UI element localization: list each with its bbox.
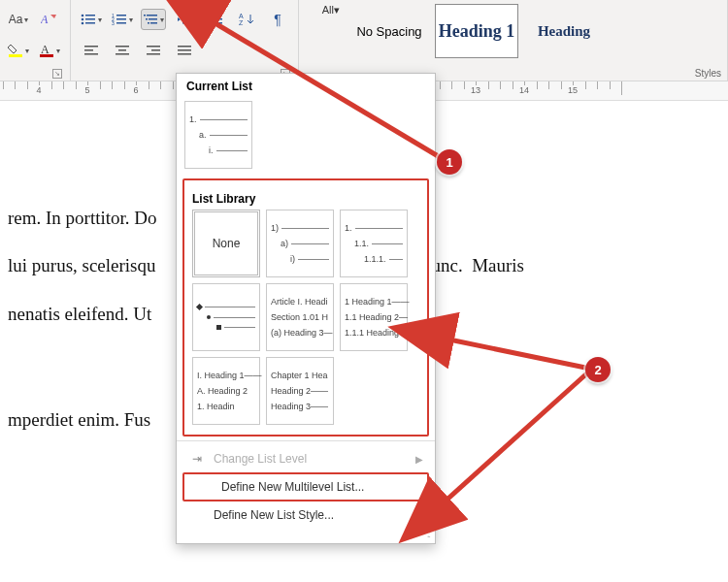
clear-formatting-icon: A xyxy=(41,12,58,27)
current-list-thumb[interactable]: 1. a. i. xyxy=(184,101,252,169)
svg-rect-22 xyxy=(182,15,191,16)
svg-text:A: A xyxy=(41,13,49,26)
align-right-button[interactable] xyxy=(141,40,166,61)
svg-rect-3 xyxy=(40,54,53,57)
multilevel-list-dropdown: Current List 1. a. i. List Library None1… xyxy=(176,73,436,544)
list-library-thumb-2[interactable]: 1.1.1.1.1.1. xyxy=(340,210,408,277)
font-group: Aa▾ A ▾ A▾ ↘ xyxy=(0,0,71,81)
svg-point-6 xyxy=(82,18,84,21)
svg-rect-21 xyxy=(150,22,157,24)
decrease-indent-icon xyxy=(177,13,192,26)
change-list-level-label: Change List Level xyxy=(214,452,307,466)
define-multilevel-label: Define New Multilevel List... xyxy=(221,480,364,494)
svg-rect-5 xyxy=(85,15,95,16)
sort-button[interactable]: AZ xyxy=(234,9,259,30)
svg-rect-40 xyxy=(178,49,191,51)
ruler-number: 14 xyxy=(517,85,531,95)
styles-group: All▾ No SpacingHeading 1Heading Styles xyxy=(299,0,728,81)
svg-rect-23 xyxy=(182,18,191,20)
align-justify-button[interactable] xyxy=(172,40,197,61)
indent-icon: ⇥ xyxy=(188,452,206,466)
svg-rect-19 xyxy=(149,18,157,20)
font-color-button[interactable]: A▾ xyxy=(37,40,62,61)
svg-rect-38 xyxy=(147,53,160,55)
show-marks-button[interactable]: ¶ xyxy=(265,9,290,30)
align-left-button[interactable] xyxy=(79,40,104,61)
list-library-thumb-0[interactable]: None xyxy=(192,210,260,277)
ruler-number: 4 xyxy=(34,85,43,95)
ruler-number: 5 xyxy=(83,85,91,95)
svg-rect-39 xyxy=(178,46,191,48)
increase-indent-icon xyxy=(208,13,223,26)
svg-rect-27 xyxy=(214,22,222,24)
svg-rect-34 xyxy=(118,49,126,51)
define-new-multilevel-list-item[interactable]: Define New Multilevel List... xyxy=(182,472,429,501)
styles-all-button[interactable]: All▾ xyxy=(305,4,344,23)
multilevel-list-button[interactable]: ▾ xyxy=(141,9,166,30)
align-justify-icon xyxy=(178,45,191,56)
change-case-button[interactable]: Aa▾ xyxy=(6,9,31,30)
list-library-section: List Library None1)a)i)1.1.1.1.1.1.Artic… xyxy=(182,178,429,436)
align-center-icon xyxy=(116,45,129,56)
svg-rect-41 xyxy=(178,53,191,55)
list-library-label: List Library xyxy=(192,186,419,210)
ruler-number: 15 xyxy=(566,85,579,95)
svg-rect-1 xyxy=(9,54,22,57)
svg-point-4 xyxy=(82,15,84,17)
chevron-down-icon: ▾ xyxy=(25,47,29,55)
chevron-right-icon: ▶ xyxy=(415,454,423,465)
svg-rect-26 xyxy=(214,18,222,20)
dialog-launcher-icon[interactable]: ↘ xyxy=(52,69,62,79)
svg-rect-13 xyxy=(116,18,126,20)
list-library-thumb-6[interactable]: I. Heading 1——A. Heading 21. Headin xyxy=(192,357,260,425)
svg-rect-11 xyxy=(116,15,126,16)
ruler-number: 13 xyxy=(469,85,482,95)
paragraph-group: ▾ 123▾ ▾ AZ ¶ xyxy=(71,0,299,81)
chevron-down-icon: ▾ xyxy=(56,47,60,55)
align-left-icon xyxy=(84,45,98,56)
svg-text:A: A xyxy=(41,43,50,56)
decrease-indent-button[interactable] xyxy=(172,9,197,30)
chevron-down-icon: ▾ xyxy=(98,16,102,24)
list-library-thumb-7[interactable]: Chapter 1 HeaHeading 2——Heading 3—— xyxy=(266,357,334,425)
style-tile-heading-1[interactable]: Heading 1 xyxy=(435,4,518,58)
pilcrow-icon: ¶ xyxy=(274,12,281,27)
list-library-thumb-5[interactable]: 1 Heading 1——1.1 Heading 2—1.1.1 Heading xyxy=(340,283,408,351)
bullets-button[interactable]: ▾ xyxy=(79,9,104,30)
svg-point-8 xyxy=(82,22,84,25)
align-right-icon xyxy=(147,45,160,56)
define-new-list-style-item[interactable]: Define New List Style... xyxy=(177,501,435,529)
numbering-icon: 123 xyxy=(112,13,127,26)
list-library-thumb-4[interactable]: Article I. HeadiSection 1.01 H(a) Headin… xyxy=(266,283,334,351)
chevron-down-icon: ▾ xyxy=(160,16,164,24)
bullets-icon xyxy=(81,13,96,26)
numbering-button[interactable]: 123▾ xyxy=(110,9,135,30)
resize-grip-icon[interactable]: ..: xyxy=(177,529,435,543)
svg-rect-20 xyxy=(148,22,149,24)
highlight-color-button[interactable]: ▾ xyxy=(6,40,31,61)
list-library-thumb-3[interactable] xyxy=(192,283,260,351)
increase-indent-button[interactable] xyxy=(203,9,228,30)
svg-rect-37 xyxy=(151,49,160,51)
define-style-label: Define New List Style... xyxy=(214,508,334,522)
ruler-number: 6 xyxy=(131,85,140,95)
highlight-icon xyxy=(8,43,23,58)
style-tile-no-spacing[interactable]: No Spacing xyxy=(347,4,431,58)
style-tile-heading[interactable]: Heading xyxy=(522,4,606,58)
styles-gallery: No SpacingHeading 1Heading xyxy=(347,4,606,58)
svg-rect-31 xyxy=(84,49,93,51)
svg-rect-15 xyxy=(116,22,126,24)
svg-rect-24 xyxy=(182,22,191,24)
list-library-thumb-1[interactable]: 1)a)i) xyxy=(266,210,334,277)
chevron-down-icon: ▾ xyxy=(24,16,28,24)
align-center-button[interactable] xyxy=(110,40,135,61)
change-list-level-item: ⇥ Change List Level ▶ xyxy=(177,445,435,472)
sort-icon: AZ xyxy=(239,13,254,26)
clear-formatting-button[interactable]: A xyxy=(37,9,62,30)
svg-text:Z: Z xyxy=(239,19,244,26)
svg-rect-25 xyxy=(214,15,222,16)
svg-rect-33 xyxy=(116,46,129,48)
svg-rect-32 xyxy=(84,53,98,55)
current-list-label: Current List xyxy=(177,74,435,97)
svg-rect-7 xyxy=(85,18,95,20)
